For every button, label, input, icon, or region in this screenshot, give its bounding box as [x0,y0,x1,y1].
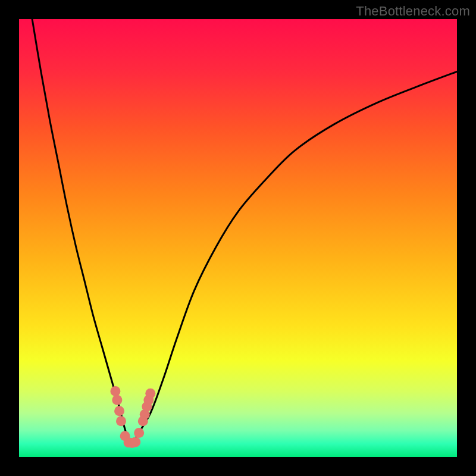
highlight-dot [110,386,120,396]
highlight-dot [116,416,126,426]
plot-area [19,19,457,457]
highlight-dot [114,406,124,416]
highlight-dot [134,428,144,438]
gradient-background [19,19,457,457]
highlight-dot [130,437,140,447]
highlight-dot [112,395,122,405]
highlight-dot [145,389,155,399]
plot-svg [19,19,457,457]
watermark-text: TheBottleneck.com [356,4,470,19]
chart-frame: TheBottleneck.com [0,0,476,476]
